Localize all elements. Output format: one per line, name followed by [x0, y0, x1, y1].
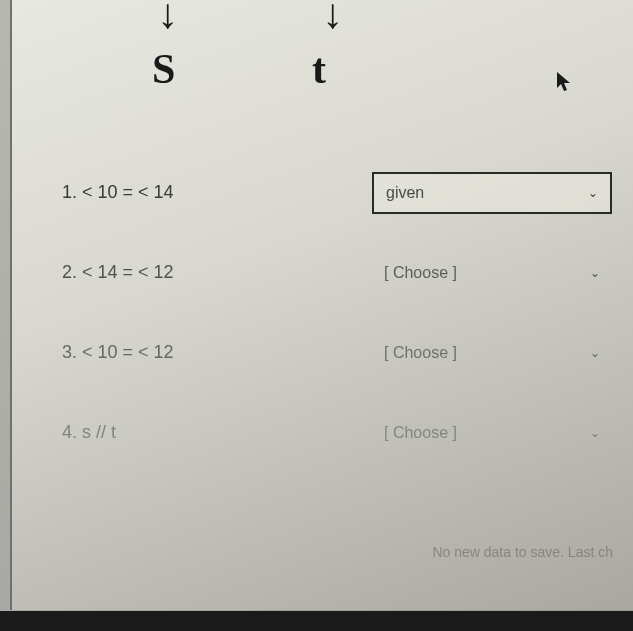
reason-text: [ Choose ] [384, 344, 457, 362]
reason-text: [ Choose ] [384, 424, 457, 442]
chevron-down-icon: ⌄ [590, 266, 600, 280]
reason-dropdown[interactable]: [ Choose ] ⌄ [372, 332, 612, 374]
worksheet-paper: ↓ ↓ S t 1. < 10 = < 14 given ⌄ 2. < 14 =… [10, 0, 633, 610]
proof-statement: 1. < 10 = < 14 [62, 182, 372, 203]
proof-statement: 3. < 10 = < 12 [62, 342, 372, 363]
proof-statement: 4. s // t [62, 422, 372, 443]
chevron-down-icon: ⌄ [590, 346, 600, 360]
save-status-text: No new data to save. Last ch [432, 544, 613, 560]
arrow-down-icon: ↓ [322, 0, 343, 38]
chevron-down-icon: ⌄ [590, 426, 600, 440]
proof-row: 4. s // t [ Choose ] ⌄ [62, 410, 613, 455]
line-label-t: t [312, 45, 326, 93]
proof-table: 1. < 10 = < 14 given ⌄ 2. < 14 = < 12 [ … [12, 110, 633, 510]
statement-number: 1. [62, 182, 77, 202]
proof-row: 2. < 14 = < 12 [ Choose ] ⌄ [62, 250, 613, 295]
reason-dropdown[interactable]: [ Choose ] ⌄ [372, 252, 612, 294]
statement-text: < 10 = < 12 [82, 342, 174, 362]
statement-number: 2. [62, 262, 77, 282]
chevron-down-icon: ⌄ [588, 186, 598, 200]
line-label-s: S [152, 45, 175, 93]
bottom-bar [0, 611, 633, 631]
reason-text: given [386, 184, 424, 202]
statement-text: < 14 = < 12 [82, 262, 174, 282]
diagram-header: ↓ ↓ S t [12, 0, 633, 110]
proof-row: 1. < 10 = < 14 given ⌄ [62, 170, 613, 215]
proof-statement: 2. < 14 = < 12 [62, 262, 372, 283]
statement-number: 4. [62, 422, 77, 442]
reason-dropdown[interactable]: [ Choose ] ⌄ [372, 412, 612, 454]
proof-row: 3. < 10 = < 12 [ Choose ] ⌄ [62, 330, 613, 375]
statement-text: s // t [82, 422, 116, 442]
arrow-down-icon: ↓ [157, 0, 178, 38]
reason-dropdown[interactable]: given ⌄ [372, 172, 612, 214]
cursor-icon [555, 70, 573, 100]
statement-text: < 10 = < 14 [82, 182, 174, 202]
reason-text: [ Choose ] [384, 264, 457, 282]
statement-number: 3. [62, 342, 77, 362]
